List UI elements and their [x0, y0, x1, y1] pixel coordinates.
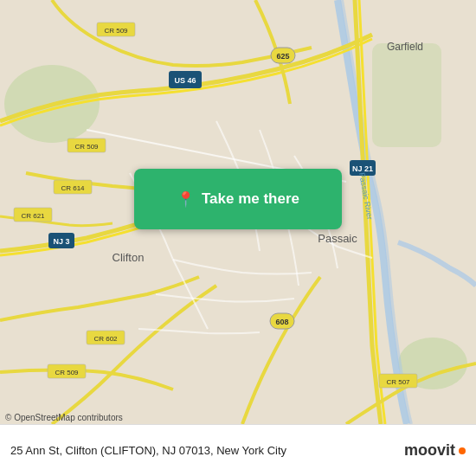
svg-text:Garfield: Garfield [387, 41, 423, 53]
svg-text:CR 602: CR 602 [93, 335, 118, 343]
svg-text:NJ 3: NJ 3 [53, 237, 69, 246]
svg-text:CR 509: CR 509 [74, 143, 99, 151]
svg-text:CR 621: CR 621 [21, 212, 45, 220]
svg-text:US 46: US 46 [174, 76, 196, 85]
svg-text:CR 614: CR 614 [61, 184, 85, 192]
take-me-there-button[interactable]: 📍 Take me there [134, 169, 342, 229]
cta-label: Take me there [202, 190, 299, 208]
moovit-dot [459, 447, 466, 454]
svg-text:CR 507: CR 507 [386, 378, 410, 386]
svg-text:CR 509: CR 509 [55, 369, 79, 376]
svg-text:Passaic: Passaic [318, 232, 357, 245]
svg-text:CR 509: CR 509 [104, 27, 128, 35]
address-text: 25 Ann St, Clifton (CLIFTON), NJ 07013, … [10, 444, 404, 457]
info-bar: 25 Ann St, Clifton (CLIFTON), NJ 07013, … [0, 424, 476, 476]
svg-text:625: 625 [276, 52, 289, 61]
svg-text:608: 608 [275, 318, 288, 326]
svg-text:Clifton: Clifton [113, 251, 145, 264]
map-container: US 46 NJ 3 NJ 21 625 608 CR 509 CR 509 C… [0, 0, 476, 424]
moovit-wordmark: moovit [404, 441, 455, 460]
osm-credit: © OpenStreetMap contributors [5, 413, 123, 422]
moovit-logo: moovit [404, 441, 466, 460]
pin-icon: 📍 [177, 190, 195, 209]
svg-rect-3 [372, 43, 441, 147]
